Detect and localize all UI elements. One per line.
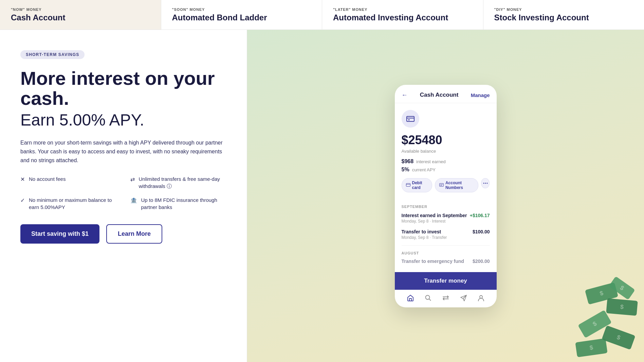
transfer-icon: ⇄ [130, 176, 135, 183]
feature-no-minimum-text: No minimum or maximum balance to earn 5.… [29, 196, 117, 211]
tab-investing-label: "LATER" MONEY [333, 7, 472, 12]
svg-rect-1 [408, 119, 410, 120]
send-nav-icon[interactable] [460, 294, 467, 303]
interest-title-text: Interest earned in September [402, 213, 467, 218]
section-divider [402, 245, 490, 246]
section-badge: SHORT-TERM SAVINGS [20, 50, 85, 59]
x-icon: ✕ [20, 176, 25, 183]
transfer-invest-text: Transfer to invest [402, 229, 441, 234]
emergency-fund-title: Transfer to emergency fund $200.00 [402, 259, 490, 264]
interest-amount: $968 [402, 158, 414, 165]
apy-label: current APY [412, 167, 436, 172]
debit-card-icon [406, 183, 410, 188]
balance-label: Available balance [402, 149, 490, 154]
profile-nav-icon[interactable] [477, 294, 485, 303]
transaction-transfer-invest: Transfer to invest $100.00 Monday, Sep 8… [402, 229, 490, 240]
svg-point-4 [483, 183, 484, 184]
transaction-emergency-fund: Transfer to emergency fund $200.00 [402, 259, 490, 264]
tab-stock[interactable]: "DIY" MONEY Stock Investing Account [483, 0, 644, 30]
check-icon: ✓ [20, 197, 25, 204]
tab-bond-title: Automated Bond Ladder [172, 13, 311, 22]
main-headline: More interest on your cash. [20, 69, 226, 109]
transaction-interest-september: Interest earned in September +$106.17 Mo… [402, 213, 490, 224]
transactions-section: SEPTEMBER Interest earned in September +… [395, 205, 497, 264]
start-saving-button[interactable]: Start saving with $1 [20, 224, 99, 244]
balance-amount: $25480 [402, 133, 490, 147]
feature-no-fees: ✕ No account fees [20, 175, 117, 190]
transfer-money-button[interactable]: Transfer money [395, 272, 497, 290]
transfer-invest-sub: Monday, Sep 8 · Transfer [402, 235, 490, 240]
transfer-invest-amount: $100.00 [473, 229, 490, 234]
interest-sub: Monday, Sep 8 · Interest [402, 219, 490, 224]
phone-app-title: Cash Account [420, 92, 459, 98]
phone-body: $25480 Available balance $968 interest e… [395, 103, 497, 205]
action-chips: Debit card Account Numbers [402, 178, 490, 192]
svg-rect-2 [406, 183, 410, 186]
svg-point-5 [485, 183, 486, 184]
apy-value: 5% [402, 167, 409, 173]
interest-amount-value: +$106.17 [470, 213, 490, 218]
tab-cash-account[interactable]: "NOW" MONEY Cash Account [0, 0, 161, 30]
back-icon[interactable]: ← [402, 92, 408, 99]
tab-investing[interactable]: "LATER" MONEY Automated Investing Accoun… [322, 0, 483, 30]
main-description: Earn more on your short-term savings wit… [20, 138, 226, 165]
account-icon [402, 110, 419, 128]
home-nav-icon[interactable] [407, 294, 414, 303]
emergency-fund-text: Transfer to emergency fund [402, 259, 464, 264]
svg-point-8 [480, 296, 482, 298]
phone-mockup: ← Cash Account Manage $25480 Available b… [395, 85, 497, 307]
tab-bond-ladder[interactable]: "SOON" MONEY Automated Bond Ladder [161, 0, 323, 30]
bill-4 [602, 325, 636, 350]
transfer-invest-title: Transfer to invest $100.00 [402, 229, 490, 234]
money-decoration [563, 267, 644, 362]
right-panel: ← Cash Account Manage $25480 Available b… [247, 30, 644, 362]
emergency-fund-amount: $200.00 [473, 259, 490, 264]
transaction-interest-title: Interest earned in September +$106.17 [402, 213, 490, 218]
tab-investing-title: Automated Investing Account [333, 13, 472, 22]
account-numbers-label: Account Numbers [445, 180, 474, 190]
bill-5 [575, 338, 607, 357]
bill-2 [606, 298, 638, 316]
feature-no-fees-text: No account fees [29, 175, 66, 183]
search-nav-icon[interactable] [424, 294, 432, 303]
feature-fdic-text: Up to 8M FDIC insurance through partner … [141, 196, 227, 211]
more-chip[interactable] [481, 178, 490, 188]
august-label: AUGUST [402, 251, 490, 255]
cta-buttons: Start saving with $1 Learn More [20, 224, 226, 244]
manage-button[interactable]: Manage [471, 92, 490, 98]
transfer-nav-icon[interactable] [442, 294, 449, 303]
interest-label: interest earned [416, 159, 446, 164]
phone-nav [395, 290, 497, 307]
main-subheadline: Earn 5.00% APY. [20, 111, 226, 129]
tab-cash-title: Cash Account [11, 13, 150, 22]
feature-no-minimum: ✓ No minimum or maximum balance to earn … [20, 196, 117, 211]
top-nav: "NOW" MONEY Cash Account "SOON" MONEY Au… [0, 0, 644, 30]
learn-more-button[interactable]: Learn More [106, 224, 162, 244]
svg-rect-3 [439, 183, 443, 186]
feature-fdic: 🏦 Up to 8M FDIC insurance through partne… [130, 196, 227, 211]
features-list: ✕ No account fees ⇄ Unlimited transfers … [20, 175, 226, 211]
tab-bond-label: "SOON" MONEY [172, 7, 311, 12]
left-panel: SHORT-TERM SAVINGS More interest on your… [0, 30, 247, 362]
phone-header: ← Cash Account Manage [395, 85, 497, 103]
main-content: SHORT-TERM SAVINGS More interest on your… [0, 30, 644, 362]
debit-card-label: Debit card [412, 180, 428, 190]
feature-unlimited-transfers: ⇄ Unlimited transfers & free same-day wi… [130, 175, 227, 190]
september-label: SEPTEMBER [402, 205, 490, 209]
tab-stock-label: "DIY" MONEY [494, 7, 633, 12]
svg-point-6 [486, 183, 487, 184]
svg-rect-0 [407, 116, 414, 121]
interest-row: $968 interest earned [402, 158, 490, 165]
shield-icon: 🏦 [130, 197, 137, 204]
account-numbers-icon [439, 183, 444, 188]
feature-unlimited-text: Unlimited transfers & free same-day with… [139, 175, 227, 190]
debit-card-chip[interactable]: Debit card [402, 178, 432, 192]
apy-row: 5% current APY [402, 167, 490, 173]
tab-stock-title: Stock Investing Account [494, 13, 633, 22]
tab-cash-label: "NOW" MONEY [11, 7, 150, 12]
account-numbers-chip[interactable]: Account Numbers [435, 178, 478, 192]
